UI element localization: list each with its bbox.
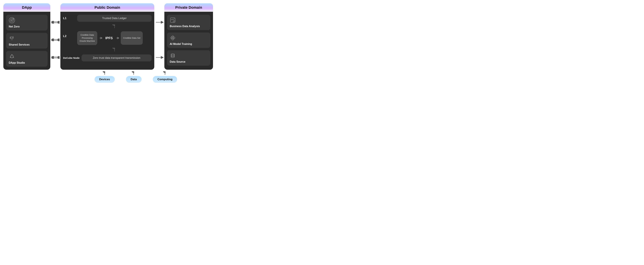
dapp-body: C Net Zero (3, 12, 50, 70)
l2-section: L2 Credible Data Processing Oracle Machi… (63, 31, 152, 45)
dapp-l2-arrow (51, 38, 60, 41)
decube-to-l2-arrow (78, 47, 152, 52)
computing-chip: Computing (153, 76, 177, 83)
dapp-column: DApp C (3, 3, 50, 70)
svg-point-5 (13, 18, 14, 19)
dapp-studio-icon (9, 53, 15, 60)
shared-services-label: Shared Services (9, 43, 30, 46)
oracle-card: Credible Data Processing Oracle Machine (77, 31, 97, 45)
computing-group: Computing (153, 71, 177, 83)
svg-point-50 (171, 55, 174, 56)
business-data-card[interactable]: Business Data Analysis (167, 15, 210, 30)
dapp-title: DApp (22, 5, 32, 9)
decube-section: DeCube Node Zero trust data transparent … (63, 54, 152, 61)
columns-row: DApp C (3, 3, 211, 70)
data-group: Data (126, 71, 142, 83)
devices-up-arrow (103, 71, 106, 75)
decube-card-text: Zero trust data transparent transmission (93, 56, 140, 59)
net-zero-card[interactable]: C Net Zero (6, 15, 48, 30)
data-source-label: Data Source (170, 60, 185, 63)
dapp-studio-card[interactable]: DApp Studio (6, 51, 48, 67)
public-header: Public Domain (60, 3, 154, 12)
ipfs-credible-arrow (116, 37, 119, 39)
public-body: L1 Trusted Data Ledger (60, 12, 154, 70)
devices-group: Devices (94, 71, 115, 83)
main-container: DApp C (0, 0, 215, 88)
business-data-label: Business Data Analysis (170, 25, 200, 28)
computing-up-arrow (163, 71, 167, 75)
credible-text: Credible Data Set (123, 36, 140, 39)
private-header: Private Domain (164, 3, 213, 12)
net-zero-icon: C (9, 17, 15, 23)
right-arrow-col (154, 3, 164, 70)
bottom-public-area: Devices Data (89, 71, 183, 83)
data-source-icon (170, 53, 176, 59)
shared-services-icon (9, 35, 15, 41)
left-arrow-col (50, 3, 60, 70)
ai-model-card[interactable]: AI Model Training (167, 32, 210, 48)
public-column: Public Domain L1 Trusted Data Ledger (60, 3, 154, 70)
svg-point-7 (10, 37, 11, 38)
ai-model-label: AI Model Training (170, 42, 192, 45)
oracle-text: Credible Data Processing Oracle Machine (80, 33, 95, 43)
l1-private-arrow (155, 21, 164, 24)
private-title: Private Domain (175, 5, 202, 9)
svg-text:C: C (11, 19, 12, 21)
decube-card: Zero trust data transparent transmission (82, 54, 152, 61)
business-data-icon (170, 17, 176, 23)
svg-point-49 (171, 54, 174, 55)
dapp-header: DApp (3, 3, 50, 12)
svg-point-8 (13, 38, 14, 38)
data-source-card[interactable]: Data Source (167, 50, 210, 66)
credible-card: Credible Data Set (121, 31, 143, 45)
l1-card-text: Trusted Data Ledger (102, 17, 126, 20)
private-column: Private Domain (164, 3, 213, 70)
ai-model-icon (170, 35, 176, 41)
l1-section: L1 Trusted Data Ledger (63, 15, 152, 22)
layout: DApp C (3, 3, 211, 83)
l2-inner: Credible Data Processing Oracle Machine (77, 31, 152, 45)
svg-point-48 (172, 37, 173, 38)
oracle-ipfs-arrow (99, 37, 102, 39)
devices-chip: Devices (94, 76, 115, 83)
svg-point-9 (13, 36, 14, 37)
data-up-arrow (132, 71, 136, 75)
dapp-studio-label: DApp Studio (9, 61, 25, 64)
shared-services-card[interactable]: Shared Services (6, 33, 48, 48)
svg-point-51 (171, 56, 174, 58)
dapp-decube-arrow (51, 56, 60, 59)
ipfs-label: IPFS (104, 36, 114, 40)
net-zero-label: Net Zero (9, 25, 20, 28)
l1-label: L1 (63, 16, 75, 20)
decube-label: DeCube Node (63, 56, 80, 60)
l2-to-l1-arrow (78, 24, 152, 29)
l1-card: Trusted Data Ledger (77, 15, 152, 22)
bottom-row: Devices Data (3, 70, 211, 83)
svg-line-16 (11, 57, 12, 57)
dapp-l1-arrow (51, 21, 60, 24)
public-title: Public Domain (94, 5, 120, 9)
l2-label: L2 (63, 31, 75, 38)
private-body: Business Data Analysis AI Mode (164, 12, 213, 70)
decube-private-arrow (155, 56, 164, 59)
svg-line-15 (12, 57, 13, 57)
data-chip: Data (126, 76, 142, 83)
